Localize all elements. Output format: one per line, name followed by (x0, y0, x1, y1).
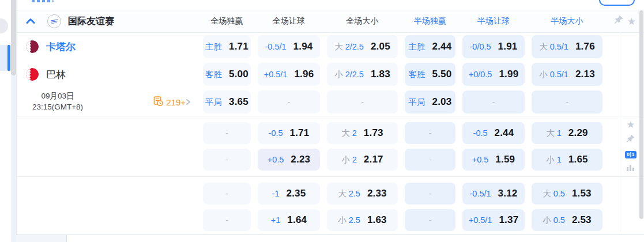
odds-cell[interactable]: +11.64 (258, 209, 320, 231)
odds-cell[interactable]: -0/0.51.91 (462, 35, 525, 58)
odds-value: 1.64 (287, 214, 307, 226)
odds-cell[interactable]: 客胜5.50 (405, 63, 455, 86)
odds-value: 1.71 (229, 41, 248, 52)
odds-group-main: 卡塔尔 主胜1.71-0.5/11.94大2/2.52.05主胜2.44-0/0… (17, 33, 644, 116)
odds-cell-empty[interactable]: - (203, 122, 251, 144)
odds-cell-empty[interactable]: - (203, 209, 251, 231)
league-actions: ★ (606, 16, 644, 27)
score-badge[interactable]: 0|1 (625, 151, 637, 158)
odds-cell[interactable]: -0.5/11.94 (258, 35, 320, 58)
star-icon[interactable]: ★ (627, 17, 636, 27)
odds-cell[interactable]: -0.51.71 (258, 122, 320, 144)
odds-line-label: 2 (352, 155, 357, 164)
league-info: 国际友谊赛 (17, 10, 199, 32)
odds-cell-empty[interactable]: - (405, 122, 455, 144)
odds-line-label: 2.5 (349, 189, 360, 198)
odds-cell[interactable]: 小2.51.63 (327, 209, 398, 231)
odds-cell-empty[interactable]: - (327, 90, 398, 114)
odds-cell[interactable]: -0.5/13.12 (462, 183, 525, 205)
stats-chart-icon[interactable] (626, 164, 635, 174)
odds-cell[interactable]: 小2/2.51.83 (327, 63, 398, 86)
odds-value: 1.37 (499, 214, 518, 226)
odds-value: 1.65 (568, 154, 588, 165)
odds-line-label: 2 (352, 128, 357, 138)
odds-cell[interactable]: 大12.29 (532, 122, 602, 144)
sidebar-avatar-partial (0, 18, 8, 33)
odds-cell[interactable]: 大2.52.33 (327, 183, 398, 205)
odds-cell[interactable]: 小0.5/12.13 (532, 63, 602, 86)
odds-cell[interactable]: 客胜5.00 (203, 63, 251, 86)
odds-line-label: -1 (272, 189, 280, 198)
odds-cell[interactable]: +0.5/11.96 (258, 63, 320, 86)
column-header-half-win: 半场独赢 (401, 16, 459, 27)
odds-value: 2.53 (572, 214, 592, 226)
column-header-full-handicap: 全场让球 (254, 16, 323, 27)
odds-cell[interactable]: +0.51.59 (462, 149, 525, 171)
odds-value: 2.44 (432, 41, 452, 52)
odds-cell[interactable]: 主胜2.44 (405, 35, 455, 58)
odds-cell-empty[interactable]: - (462, 90, 525, 114)
odds-cell-empty[interactable]: - (203, 149, 251, 171)
home-team[interactable]: 卡塔尔 (17, 33, 199, 60)
odds-value: 2.33 (367, 188, 387, 199)
odds-dash: - (225, 128, 228, 138)
match-meta: 09月03日 23:15(GMT+8) (17, 88, 199, 116)
odds-dash: - (225, 155, 228, 164)
odds-line-label: +0.5 (268, 155, 284, 164)
markets-stats-icon (153, 96, 163, 108)
odds-cell[interactable]: 大0.5/11.76 (532, 35, 602, 58)
odds-line-label: 平局 (205, 97, 222, 108)
odds-line-label: 2.5 (349, 215, 360, 225)
odds-cell-empty[interactable]: - (532, 90, 602, 114)
favorite-star-icon[interactable]: ★ (626, 120, 635, 130)
odds-cell[interactable]: -0.52.44 (462, 122, 525, 144)
odds-cell[interactable]: 主胜1.71 (203, 35, 251, 58)
extra-markets-link[interactable]: 219+ (153, 96, 191, 108)
pin-icon[interactable] (614, 16, 623, 27)
empty-team-cell (17, 146, 199, 173)
odds-cell[interactable]: +0.52.23 (258, 149, 320, 171)
odds-line-label: 主胜 (409, 41, 425, 52)
odds-cell-empty[interactable]: - (258, 90, 320, 114)
odds-cell-empty[interactable]: - (405, 209, 455, 231)
odds-group-alt-2: --12.35大2.52.33--0.5/13.12大0.51.53 -+11.… (17, 176, 644, 237)
odds-cell[interactable]: 平局2.03 (405, 90, 455, 114)
column-header-full-ou: 全场大小 (323, 16, 401, 27)
odds-cell[interactable]: 小0.52.53 (532, 209, 602, 231)
empty-team-cell (17, 207, 199, 233)
odds-value: 1.63 (367, 214, 387, 226)
odds-prefix: 大 (543, 188, 551, 199)
odds-cell[interactable]: 大2/2.52.05 (327, 35, 398, 58)
sidebar-selected-item[interactable] (0, 45, 10, 71)
clipped-button-partial[interactable] (599, 0, 635, 6)
odds-line-label: +0.5 (472, 155, 489, 164)
left-scrollbar-thumb[interactable] (11, 0, 16, 75)
odds-row-alt: -+11.64小2.51.63-+0.5/11.37小0.52.53 (17, 207, 644, 233)
match-time: 23:15(GMT+8) (24, 102, 91, 113)
pin-match-icon[interactable] (626, 135, 635, 146)
odds-prefix: 大 (341, 128, 350, 139)
markets-count: 219+ (166, 97, 186, 107)
odds-cell-empty[interactable]: - (405, 149, 455, 171)
odds-cell[interactable]: 大21.73 (327, 122, 398, 144)
odds-cell[interactable]: 小22.17 (327, 149, 398, 171)
odds-prefix: 小 (338, 215, 347, 226)
odds-cell[interactable]: +0/0.51.99 (462, 63, 525, 86)
away-team[interactable]: 巴林 (17, 60, 199, 88)
odds-dash: - (429, 189, 432, 198)
odds-cell[interactable]: +0.5/11.37 (462, 209, 525, 231)
odds-value: 5.50 (432, 69, 452, 80)
row-end-spacer (606, 88, 644, 116)
odds-cell[interactable]: 小11.65 (532, 149, 602, 171)
chevron-right-icon (186, 99, 191, 105)
match-actions: ★ 0|1 (625, 120, 637, 174)
odds-cell[interactable]: -12.35 (258, 183, 320, 205)
odds-cell[interactable]: 平局3.65 (203, 90, 251, 114)
odds-value: 2.17 (364, 154, 383, 165)
right-scrollbar-thumb[interactable] (639, 10, 643, 219)
odds-cell-empty[interactable]: - (405, 183, 455, 205)
collapse-button[interactable] (26, 16, 35, 27)
odds-cell-empty[interactable]: - (203, 183, 251, 205)
odds-cell[interactable]: 大0.51.53 (532, 183, 602, 205)
odds-line-label: 主胜 (205, 41, 222, 52)
